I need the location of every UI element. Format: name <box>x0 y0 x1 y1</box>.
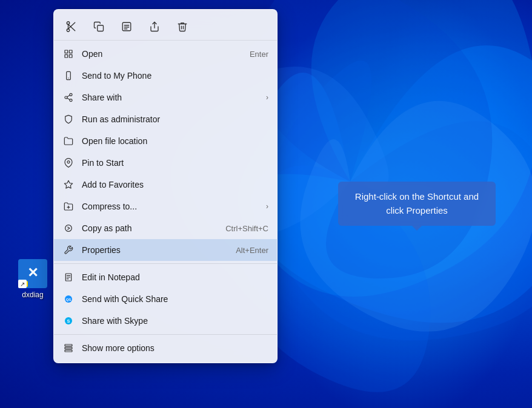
compress-to-label: Compress to... <box>82 202 256 211</box>
send-to-phone-label: Send to My Phone <box>82 71 268 81</box>
svg-rect-15 <box>65 50 68 53</box>
menu-separator-2 <box>54 334 277 335</box>
phone-icon <box>62 70 75 82</box>
share-with-arrow: › <box>266 93 268 102</box>
more-icon <box>62 342 75 354</box>
menu-item-run-as-admin[interactable]: Run as administrator <box>54 108 277 130</box>
desktop-icon[interactable]: ✕ ↗ ↗ dxdiag <box>18 259 47 299</box>
svg-point-26 <box>67 161 70 163</box>
grid-icon <box>62 48 75 60</box>
star-icon <box>62 179 75 191</box>
copy-toolbar-button[interactable] <box>90 18 107 35</box>
menu-item-open-file-location[interactable]: Open file location <box>54 130 277 152</box>
svg-rect-10 <box>122 22 131 31</box>
copy-text-toolbar-button[interactable] <box>118 18 135 35</box>
desktop-icon-image: ✕ ↗ ↗ <box>18 259 47 288</box>
menu-item-copy-as-path[interactable]: Copy as path Ctrl+Shift+C <box>54 217 277 239</box>
svg-marker-27 <box>64 180 72 188</box>
menu-item-send-quick-share[interactable]: QS Send with Quick Share <box>54 288 277 310</box>
folder-icon <box>62 135 75 147</box>
show-more-label: Show more options <box>82 343 268 353</box>
pin-to-start-label: Pin to Start <box>82 158 268 168</box>
skype-icon: S <box>62 315 75 327</box>
edit-in-notepad-label: Edit in Notepad <box>82 272 268 282</box>
shield-icon <box>62 113 75 125</box>
menu-item-show-more[interactable]: Show more options <box>54 337 277 359</box>
svg-text:✕: ✕ <box>27 265 38 280</box>
svg-rect-40 <box>65 350 72 352</box>
wrench-icon <box>62 244 75 256</box>
callout-tooltip: Right-click on the Shortcut and click Pr… <box>338 182 496 226</box>
share-skype-label: Share with Skype <box>82 316 268 326</box>
menu-item-add-to-favorites[interactable]: Add to Favorites <box>54 174 277 196</box>
menu-item-share-with[interactable]: Share with › <box>54 87 277 108</box>
path-icon <box>62 222 75 234</box>
add-to-favorites-label: Add to Favorites <box>82 180 268 189</box>
svg-rect-16 <box>69 50 72 53</box>
svg-rect-39 <box>65 347 72 349</box>
menu-toolbar <box>54 13 277 41</box>
menu-item-pin-to-start[interactable]: Pin to Start <box>54 152 277 174</box>
open-file-location-label: Open file location <box>82 136 268 146</box>
delete-toolbar-button[interactable] <box>174 18 191 35</box>
share-with-icon <box>62 91 75 104</box>
svg-text:QS: QS <box>66 298 71 301</box>
quickshare-icon: QS <box>62 293 75 305</box>
context-menu: Open Enter Send to My Phone Share with ›… <box>53 9 278 363</box>
svg-rect-38 <box>65 344 72 346</box>
menu-item-send-to-phone[interactable]: Send to My Phone <box>54 65 277 87</box>
menu-item-open[interactable]: Open Enter <box>54 43 277 65</box>
menu-separator <box>54 263 277 264</box>
properties-shortcut: Alt+Enter <box>236 246 268 255</box>
pin-icon <box>62 157 75 169</box>
svg-line-24 <box>67 98 70 100</box>
share-toolbar-button[interactable] <box>146 18 163 35</box>
open-shortcut: Enter <box>250 50 268 59</box>
desktop-icon-label: dxdiag <box>22 291 43 299</box>
svg-rect-19 <box>67 71 71 79</box>
compress-to-arrow: › <box>266 202 268 211</box>
send-quick-share-label: Send with Quick Share <box>82 294 268 304</box>
open-label: Open <box>82 49 242 59</box>
run-as-admin-label: Run as administrator <box>82 114 268 124</box>
menu-item-share-skype[interactable]: S Share with Skype <box>54 310 277 332</box>
svg-line-25 <box>67 95 70 97</box>
menu-item-compress-to[interactable]: Compress to... › <box>54 196 277 217</box>
cut-toolbar-button[interactable] <box>62 18 79 35</box>
share-with-label: Share with <box>82 93 256 102</box>
notepad-icon <box>62 271 75 283</box>
callout-text: Right-click on the Shortcut and click Pr… <box>355 191 479 216</box>
svg-rect-18 <box>69 54 72 58</box>
copy-as-path-shortcut: Ctrl+Shift+C <box>225 224 268 233</box>
properties-label: Properties <box>82 245 228 255</box>
menu-item-properties[interactable]: Properties Alt+Enter <box>54 239 277 261</box>
svg-text:S: S <box>67 318 70 324</box>
menu-item-edit-in-notepad[interactable]: Edit in Notepad <box>54 266 277 288</box>
svg-rect-17 <box>65 54 68 58</box>
copy-as-path-label: Copy as path <box>82 223 218 233</box>
zip-icon <box>62 200 75 212</box>
svg-rect-9 <box>98 25 104 31</box>
